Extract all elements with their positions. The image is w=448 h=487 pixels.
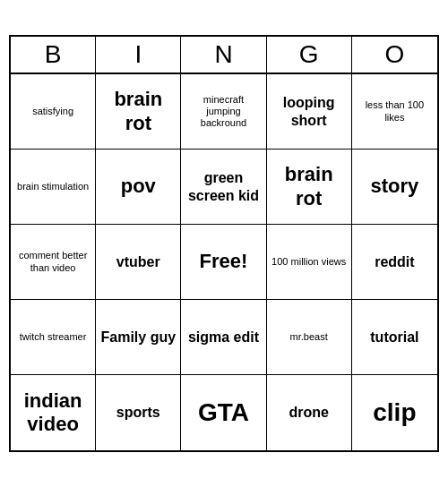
cell-5: brain stimulation [11, 150, 96, 225]
header-letter-o: O [352, 37, 437, 73]
cell-text-7: green screen kid [185, 169, 262, 203]
cell-18: mr.beast [267, 300, 352, 375]
cell-text-19: tutorial [370, 329, 418, 346]
cell-13: 100 million views [267, 225, 352, 300]
cell-text-4: less than 100 likes [356, 99, 434, 123]
cell-4: less than 100 likes [352, 74, 437, 150]
cell-text-2: minecraft jumping backround [185, 94, 262, 130]
cell-text-8: brain rot [271, 163, 348, 210]
cell-text-20: indian video [14, 389, 91, 437]
cell-20: indian video [11, 375, 96, 450]
cell-16: Family guy [96, 300, 181, 375]
cell-22: GTA [181, 375, 266, 450]
cell-text-23: drone [289, 404, 328, 421]
bingo-header: BINGO [11, 37, 437, 74]
cell-text-13: 100 million views [271, 256, 346, 268]
cell-21: sports [96, 375, 181, 450]
bingo-card: BINGO satisfyingbrain rotminecraft jumpi… [9, 35, 439, 452]
header-letter-n: N [181, 37, 266, 73]
cell-text-14: reddit [375, 253, 414, 270]
cell-1: brain rot [96, 74, 181, 150]
cell-12: Free! [181, 225, 266, 300]
cell-8: brain rot [267, 150, 352, 225]
cell-3: looping short [267, 74, 352, 150]
cell-14: reddit [352, 225, 437, 300]
cell-23: drone [267, 375, 352, 450]
cell-text-12: Free! [200, 250, 248, 273]
bingo-grid: satisfyingbrain rotminecraft jumping bac… [11, 74, 437, 450]
cell-text-3: looping short [271, 94, 348, 128]
cell-text-18: mr.beast [290, 331, 328, 343]
cell-text-10: comment better than video [14, 250, 91, 273]
cell-text-21: sports [116, 404, 160, 421]
cell-text-24: clip [373, 397, 416, 428]
cell-17: sigma edit [181, 300, 266, 375]
cell-7: green screen kid [181, 150, 266, 225]
cell-text-15: twitch streamer [20, 331, 87, 343]
cell-text-17: sigma edit [188, 329, 259, 346]
cell-text-1: brain rot [99, 88, 177, 135]
cell-10: comment better than video [11, 225, 96, 300]
cell-text-0: satisfying [32, 106, 73, 117]
header-letter-g: G [267, 37, 352, 73]
cell-2: minecraft jumping backround [181, 74, 266, 150]
cell-24: clip [352, 375, 437, 450]
header-letter-b: B [11, 37, 96, 73]
cell-15: twitch streamer [11, 300, 96, 375]
cell-0: satisfying [11, 74, 96, 150]
cell-9: story [352, 150, 437, 225]
cell-text-22: GTA [198, 397, 249, 428]
cell-19: tutorial [352, 300, 437, 375]
header-letter-i: I [96, 37, 181, 73]
cell-11: vtuber [96, 225, 181, 300]
cell-text-9: story [370, 175, 418, 198]
cell-6: pov [96, 150, 181, 225]
cell-text-6: pov [121, 175, 156, 198]
cell-text-5: brain stimulation [17, 181, 89, 192]
cell-text-16: Family guy [101, 329, 177, 346]
cell-text-11: vtuber [116, 253, 160, 270]
